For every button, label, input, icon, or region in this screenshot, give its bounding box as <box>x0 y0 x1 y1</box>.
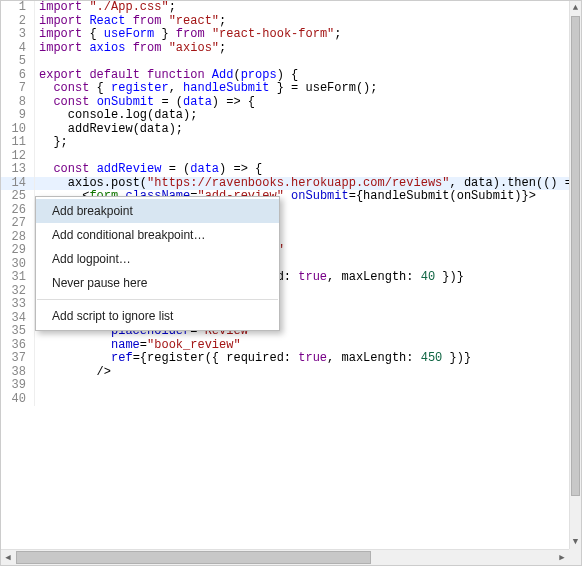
line-number[interactable]: 39 <box>1 379 35 393</box>
line-number[interactable]: 36 <box>1 339 35 353</box>
line-number[interactable]: 38 <box>1 366 35 380</box>
code-content[interactable] <box>35 393 569 407</box>
line-number[interactable]: 34 <box>1 312 35 326</box>
line-number[interactable]: 12 <box>1 150 35 164</box>
vertical-scrollbar[interactable]: ▲ ▼ <box>569 1 581 549</box>
horizontal-scrollbar[interactable]: ◀ ▶ <box>1 549 569 565</box>
code-content[interactable]: console.log(data); <box>35 109 569 123</box>
code-line[interactable]: 10 addReview(data); <box>1 123 569 137</box>
code-line[interactable]: 2import React from "react"; <box>1 15 569 29</box>
code-line[interactable]: 9 console.log(data); <box>1 109 569 123</box>
code-line[interactable]: 37 ref={register({ required: true, maxLe… <box>1 352 569 366</box>
code-line[interactable]: 39 <box>1 379 569 393</box>
line-number[interactable]: 3 <box>1 28 35 42</box>
line-number[interactable]: 5 <box>1 55 35 69</box>
code-line[interactable]: 4import axios from "axios"; <box>1 42 569 56</box>
code-content[interactable]: axios.post("https://ravenbooks.herokuapp… <box>35 177 569 191</box>
line-number[interactable]: 32 <box>1 285 35 299</box>
code-line[interactable]: 6export default function Add(props) { <box>1 69 569 83</box>
code-line[interactable]: 5 <box>1 55 569 69</box>
scroll-up-icon[interactable]: ▲ <box>570 1 581 15</box>
gutter-context-menu: Add breakpoint Add conditional breakpoin… <box>35 196 280 331</box>
line-number[interactable]: 10 <box>1 123 35 137</box>
code-editor[interactable]: 1import "./App.css";2import React from "… <box>1 1 581 549</box>
code-line[interactable]: 14 axios.post("https://ravenbooks.heroku… <box>1 177 569 191</box>
vertical-scroll-thumb[interactable] <box>571 16 580 496</box>
line-number[interactable]: 7 <box>1 82 35 96</box>
line-number[interactable]: 2 <box>1 15 35 29</box>
horizontal-scroll-thumb[interactable] <box>16 551 371 564</box>
line-number[interactable]: 14 <box>1 177 35 191</box>
line-number[interactable]: 13 <box>1 163 35 177</box>
scroll-left-icon[interactable]: ◀ <box>1 550 15 565</box>
line-number[interactable]: 33 <box>1 298 35 312</box>
line-number[interactable]: 35 <box>1 325 35 339</box>
line-number[interactable]: 27 <box>1 217 35 231</box>
code-line[interactable]: 36 name="book_review" <box>1 339 569 353</box>
line-number[interactable]: 37 <box>1 352 35 366</box>
line-number[interactable]: 25 <box>1 190 35 204</box>
code-content[interactable]: name="book_review" <box>35 339 569 353</box>
code-line[interactable]: 13 const addReview = (data) => { <box>1 163 569 177</box>
code-line[interactable]: 11 }; <box>1 136 569 150</box>
code-content[interactable]: import "./App.css"; <box>35 1 569 15</box>
code-content[interactable]: addReview(data); <box>35 123 569 137</box>
menu-add-conditional-breakpoint[interactable]: Add conditional breakpoint… <box>36 223 279 247</box>
code-content[interactable]: /> <box>35 366 569 380</box>
code-line[interactable]: 12 <box>1 150 569 164</box>
code-content[interactable]: const addReview = (data) => { <box>35 163 569 177</box>
line-number[interactable]: 9 <box>1 109 35 123</box>
code-content[interactable]: ref={register({ required: true, maxLengt… <box>35 352 569 366</box>
code-content[interactable] <box>35 379 569 393</box>
line-number[interactable]: 6 <box>1 69 35 83</box>
scroll-right-icon[interactable]: ▶ <box>555 550 569 565</box>
code-content[interactable]: const onSubmit = (data) => { <box>35 96 569 110</box>
line-number[interactable]: 11 <box>1 136 35 150</box>
scroll-down-icon[interactable]: ▼ <box>570 535 581 549</box>
code-content[interactable]: export default function Add(props) { <box>35 69 569 83</box>
code-content[interactable]: import { useForm } from "react-hook-form… <box>35 28 569 42</box>
code-content[interactable]: import axios from "axios"; <box>35 42 569 56</box>
code-content[interactable] <box>35 55 569 69</box>
line-number[interactable]: 4 <box>1 42 35 56</box>
code-line[interactable]: 8 const onSubmit = (data) => { <box>1 96 569 110</box>
menu-separator <box>37 299 278 300</box>
scrollbar-corner <box>569 549 581 565</box>
line-number[interactable]: 28 <box>1 231 35 245</box>
menu-add-script-to-ignore-list[interactable]: Add script to ignore list <box>36 304 279 328</box>
line-number[interactable]: 40 <box>1 393 35 407</box>
code-line[interactable]: 7 const { register, handleSubmit } = use… <box>1 82 569 96</box>
menu-never-pause-here[interactable]: Never pause here <box>36 271 279 295</box>
code-content[interactable] <box>35 150 569 164</box>
code-line[interactable]: 40 <box>1 393 569 407</box>
menu-add-breakpoint[interactable]: Add breakpoint <box>36 199 279 223</box>
code-line[interactable]: 3import { useForm } from "react-hook-for… <box>1 28 569 42</box>
code-line[interactable]: 38 /> <box>1 366 569 380</box>
code-content[interactable]: }; <box>35 136 569 150</box>
line-number[interactable]: 26 <box>1 204 35 218</box>
line-number[interactable]: 31 <box>1 271 35 285</box>
code-line[interactable]: 1import "./App.css"; <box>1 1 569 15</box>
line-number[interactable]: 29 <box>1 244 35 258</box>
line-number[interactable]: 30 <box>1 258 35 272</box>
code-content[interactable]: import React from "react"; <box>35 15 569 29</box>
menu-add-logpoint[interactable]: Add logpoint… <box>36 247 279 271</box>
line-number[interactable]: 8 <box>1 96 35 110</box>
line-number[interactable]: 1 <box>1 1 35 15</box>
code-content[interactable]: const { register, handleSubmit } = useFo… <box>35 82 569 96</box>
